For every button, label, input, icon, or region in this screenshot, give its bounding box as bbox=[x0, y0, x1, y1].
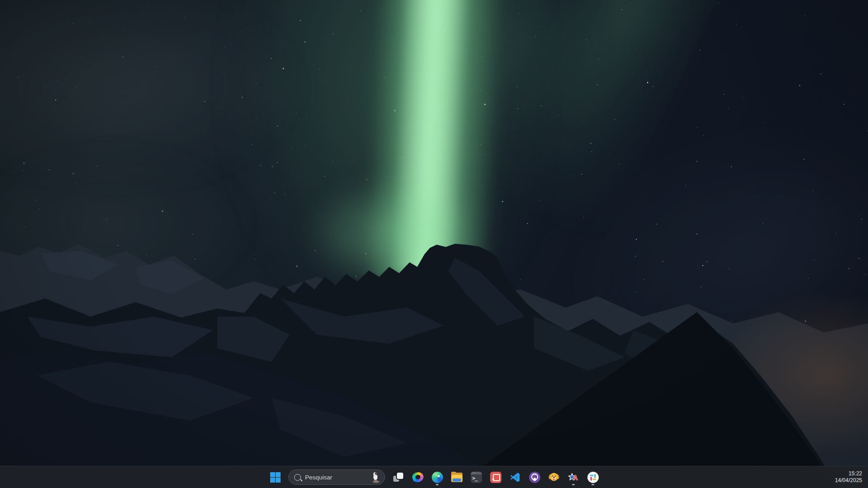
taskbar-button-github-desktop[interactable] bbox=[525, 468, 544, 486]
taskbar-button-vscode[interactable] bbox=[506, 468, 524, 486]
star-a-icon: A bbox=[568, 471, 579, 483]
mountain-silhouettes bbox=[0, 0, 868, 488]
aurora-glow-wash bbox=[235, 0, 525, 326]
clock-date: 14/04/2025 bbox=[835, 477, 862, 484]
clock-time: 15:22 bbox=[849, 470, 862, 477]
taskbar-center-group: >_ bbox=[266, 468, 602, 486]
taskbar-search-box[interactable] bbox=[288, 469, 385, 485]
copilot-icon bbox=[411, 471, 424, 483]
start-button[interactable] bbox=[266, 468, 284, 486]
aurora-pillar bbox=[363, 0, 506, 293]
taskbar: >_ bbox=[0, 466, 868, 488]
vignette-overlay bbox=[0, 0, 868, 488]
taskbar-button-terminal[interactable]: >_ bbox=[467, 468, 485, 486]
pinwheel-icon bbox=[587, 472, 599, 483]
taskbar-button-file-explorer[interactable] bbox=[448, 468, 466, 486]
taskbar-button-pinwheel-app[interactable] bbox=[584, 468, 602, 486]
terminal-icon: >_ bbox=[471, 472, 482, 483]
cloud-haze bbox=[0, 149, 253, 298]
aurora-band-northeast bbox=[467, 0, 732, 263]
search-input[interactable] bbox=[305, 474, 371, 481]
windows-logo-icon bbox=[270, 472, 281, 483]
aurora-glow-upper bbox=[415, 0, 625, 174]
puffin-bird-image[interactable] bbox=[371, 471, 381, 483]
taskbar-button-dog-app[interactable] bbox=[545, 468, 563, 486]
vscode-icon bbox=[510, 472, 521, 483]
cloud-haze bbox=[538, 85, 868, 421]
taskbar-button-copilot[interactable] bbox=[409, 468, 427, 486]
folder-icon bbox=[451, 473, 463, 482]
search-icon bbox=[294, 474, 301, 481]
aurora-base-glow bbox=[302, 177, 474, 281]
github-icon bbox=[529, 472, 540, 483]
taskbar-button-task-view[interactable] bbox=[389, 468, 407, 486]
red-box-icon bbox=[490, 472, 501, 483]
svg-text:A: A bbox=[573, 474, 578, 481]
taskbar-button-red-box-app[interactable] bbox=[486, 468, 505, 486]
cloud-haze bbox=[0, 0, 308, 190]
task-view-icon bbox=[393, 472, 404, 483]
desktop: { "taskbar": { "start_button": { "icon":… bbox=[0, 0, 868, 488]
star-field bbox=[0, 0, 868, 488]
dog-face-icon bbox=[548, 471, 560, 483]
taskbar-button-edge[interactable] bbox=[428, 468, 446, 486]
taskbar-button-star-a-app[interactable]: A bbox=[564, 468, 582, 486]
edge-icon bbox=[432, 472, 443, 483]
aurora-pillar-core bbox=[390, 0, 471, 274]
taskbar-clock[interactable]: 15:22 14/04/2025 bbox=[835, 466, 868, 488]
